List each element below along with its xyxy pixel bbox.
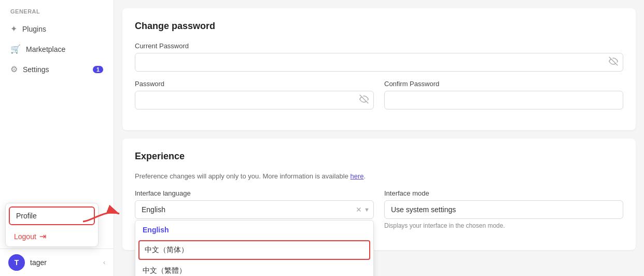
interface-mode-value[interactable]: Use system settings: [384, 200, 623, 219]
current-password-label: Current Password: [135, 42, 623, 50]
confirm-password-wrapper: [384, 91, 623, 109]
dropdown-option-english[interactable]: English: [135, 220, 373, 239]
select-clear-icon[interactable]: ✕: [356, 205, 362, 214]
interface-mode-group: Interface mode Use system settings Displ…: [384, 189, 623, 229]
current-password-input[interactable]: [135, 53, 623, 72]
profile-label: Profile: [16, 212, 37, 220]
dropdown-option-zh-hant[interactable]: 中文（繁體）: [135, 261, 373, 276]
interface-mode-desc: Displays your interface in the chosen mo…: [384, 222, 623, 229]
settings-badge: 1: [93, 66, 103, 73]
experience-fields-row: Interface language English ✕ ▼ English 中…: [135, 189, 623, 229]
sidebar-item-plugins[interactable]: ✦ Plugins: [0, 19, 114, 39]
plugins-icon: ✦: [10, 24, 17, 34]
eye-icon-current[interactable]: [609, 57, 618, 68]
eye-icon-password[interactable]: [359, 94, 369, 106]
interface-mode-label: Interface mode: [384, 189, 623, 197]
current-password-wrapper: [135, 53, 623, 72]
interface-language-group: Interface language English ✕ ▼ English 中…: [135, 189, 374, 229]
password-input[interactable]: [135, 91, 374, 109]
marketplace-icon: 🛒: [10, 44, 21, 54]
sidebar-item-label: Settings: [23, 65, 49, 74]
confirm-password-group: Confirm Password: [384, 80, 623, 109]
avatar: T: [8, 254, 25, 271]
sidebar-item-settings[interactable]: ⚙ Settings 1: [0, 59, 114, 79]
language-select[interactable]: English: [135, 200, 374, 219]
arrow-indicator: [80, 203, 127, 224]
experience-panel: Experience Preference changes will apply…: [122, 139, 636, 250]
settings-icon: ⚙: [10, 64, 18, 74]
interface-language-label: Interface language: [135, 189, 374, 197]
logout-menu-item[interactable]: Logout ⇥: [6, 228, 98, 246]
sidebar-item-marketplace[interactable]: 🛒 Marketplace: [0, 39, 114, 59]
change-password-panel: Change password Current Password Passwor…: [122, 8, 636, 130]
confirm-password-label: Confirm Password: [384, 80, 623, 88]
logout-label: Logout: [14, 232, 36, 241]
password-wrapper: [135, 91, 374, 109]
password-label: Password: [135, 80, 374, 88]
password-group: Password: [135, 80, 374, 109]
sidebar-item-label: Marketplace: [26, 45, 65, 53]
user-name: tager: [30, 258, 98, 267]
language-dropdown: English 中文（简体） 中文（繁體）: [135, 220, 374, 276]
sidebar-item-label: Plugins: [22, 25, 46, 33]
experience-description: Preference changes will apply only to yo…: [135, 172, 623, 180]
confirm-password-input[interactable]: [384, 91, 623, 109]
chevron-icon: ‹: [103, 259, 105, 266]
sidebar-bottom: T tager ‹: [0, 249, 114, 276]
change-password-title: Change password: [135, 21, 623, 32]
main-content: Change password Current Password Passwor…: [114, 0, 644, 276]
sidebar-section-label: GENERAL: [0, 0, 114, 19]
user-row[interactable]: T tager ‹: [0, 249, 114, 276]
experience-link[interactable]: here: [351, 172, 364, 180]
password-row: Password Confirm Password: [135, 80, 623, 109]
sidebar: GENERAL ✦ Plugins 🛒 Marketplace ⚙ Settin…: [0, 0, 114, 276]
experience-title: Experience: [135, 151, 623, 162]
logout-arrow-icon: ⇥: [39, 231, 46, 241]
language-select-wrapper: English ✕ ▼ English 中文（简体） 中文（繁體）: [135, 200, 374, 219]
dropdown-option-zh-hans[interactable]: 中文（简体）: [138, 240, 370, 260]
